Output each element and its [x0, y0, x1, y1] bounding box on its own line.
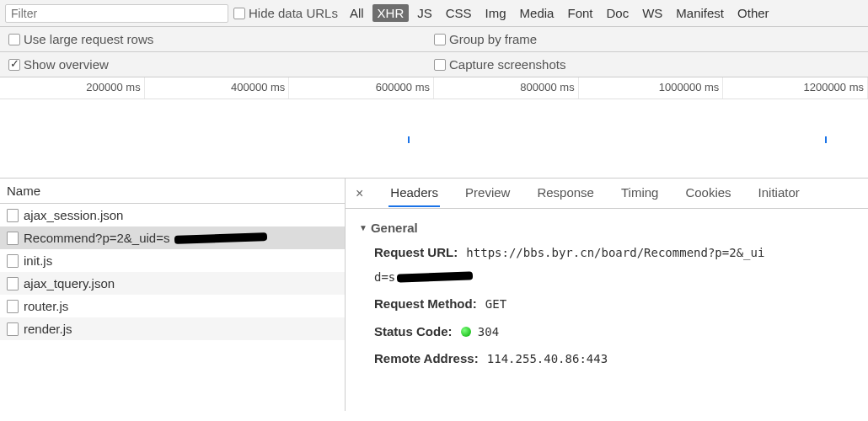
type-filters: AllXHRJSCSSImgMediaFontDocWSManifestOthe… — [345, 4, 774, 22]
status-dot-icon — [461, 327, 471, 337]
show-overview-checkbox[interactable]: Show overview — [8, 57, 109, 72]
request-row[interactable]: Recommend?p=2&_uid=s — [0, 226, 345, 249]
timeline-body — [0, 99, 868, 173]
filter-type-xhr[interactable]: XHR — [372, 4, 410, 22]
filter-type-media[interactable]: Media — [515, 4, 560, 22]
group-by-frame-checkbox[interactable]: Group by frame — [434, 32, 537, 46]
remote-address-label: Remote Address: — [374, 351, 479, 365]
checkbox-icon — [434, 34, 446, 45]
timeline-tick: 1000000 ms — [579, 77, 724, 99]
capture-screenshots-checkbox[interactable]: Capture screenshots — [434, 57, 565, 72]
request-name: router.js — [24, 299, 68, 313]
filter-type-other[interactable]: Other — [732, 4, 774, 22]
checkbox-icon — [233, 8, 245, 19]
filter-type-js[interactable]: JS — [412, 4, 437, 22]
detail-tabs: × HeadersPreviewResponseTimingCookiesIni… — [346, 179, 868, 209]
filter-type-doc[interactable]: Doc — [601, 4, 634, 22]
timeline-tick: 800000 ms — [434, 77, 579, 99]
timeline-tick: 600000 ms — [289, 77, 434, 99]
request-url-label: Request URL: — [374, 245, 458, 259]
request-row[interactable]: ajax_session.json — [0, 204, 345, 226]
show-overview-label: Show overview — [24, 57, 109, 72]
hide-data-urls-label: Hide data URLs — [249, 6, 338, 20]
request-list: ajax_session.jsonRecommend?p=2&_uid=sini… — [0, 204, 345, 411]
filter-type-ws[interactable]: WS — [637, 4, 667, 22]
request-row[interactable]: router.js — [0, 295, 345, 317]
capture-screenshots-label: Capture screenshots — [449, 57, 565, 72]
request-url-value: https://bbs.byr.cn/board/Recommend?p=2&_… — [466, 246, 764, 259]
large-rows-checkbox[interactable]: Use large request rows — [8, 32, 153, 46]
checkbox-icon — [434, 59, 446, 71]
file-icon — [7, 232, 19, 245]
timeline-tick: 1200000 ms — [723, 77, 868, 99]
checkbox-checked-icon — [8, 59, 20, 71]
detail-pane: × HeadersPreviewResponseTimingCookiesIni… — [346, 179, 868, 411]
filter-type-all[interactable]: All — [345, 4, 369, 22]
timeline-tick: 200000 ms — [0, 77, 145, 99]
tab-headers[interactable]: Headers — [388, 179, 440, 207]
tab-preview[interactable]: Preview — [463, 179, 512, 207]
redacted-text — [397, 271, 473, 282]
remote-address-row: Remote Address: 114.255.40.86:443 — [374, 349, 855, 369]
name-column-header[interactable]: Name — [0, 179, 345, 204]
tab-response[interactable]: Response — [535, 179, 596, 207]
file-icon — [7, 322, 19, 336]
filter-type-css[interactable]: CSS — [441, 4, 477, 22]
request-row[interactable]: render.js — [0, 317, 345, 340]
options-row-2: Show overview Capture screenshots — [0, 52, 868, 77]
request-method-label: Request Method: — [374, 296, 477, 311]
request-name: Recommend?p=2&_uid=s — [24, 231, 169, 245]
request-method-row: Request Method: GET — [374, 295, 855, 314]
status-code-value: 304 — [478, 325, 499, 338]
filter-type-img[interactable]: Img — [480, 4, 512, 22]
file-icon — [7, 254, 19, 268]
request-row[interactable]: init.js — [0, 249, 345, 272]
filter-type-manifest[interactable]: Manifest — [671, 4, 729, 22]
timeline-mark — [825, 136, 827, 143]
request-row[interactable]: ajax_tquery.json — [0, 272, 345, 295]
timeline-ruler: 200000 ms400000 ms600000 ms800000 ms1000… — [0, 77, 868, 99]
status-code-row: Status Code: 304 — [374, 322, 855, 342]
redacted-text — [174, 232, 267, 244]
timeline-overview[interactable]: 200000 ms400000 ms600000 ms800000 ms1000… — [0, 77, 868, 179]
file-icon — [7, 209, 19, 222]
hide-data-urls-checkbox[interactable]: Hide data URLs — [233, 6, 338, 20]
file-icon — [7, 277, 19, 290]
options-row-1: Use large request rows Group by frame — [0, 27, 868, 52]
request-name: ajax_tquery.json — [24, 276, 115, 290]
tab-timing[interactable]: Timing — [619, 179, 660, 207]
request-name: ajax_session.json — [24, 208, 123, 222]
filter-type-font[interactable]: Font — [562, 4, 597, 22]
close-icon[interactable]: × — [351, 186, 368, 201]
tab-initiator[interactable]: Initiator — [757, 179, 801, 207]
request-url-row: Request URL: https://bbs.byr.cn/board/Re… — [374, 243, 855, 286]
filter-input[interactable] — [5, 4, 228, 23]
checkbox-icon — [8, 34, 20, 45]
status-code-label: Status Code: — [374, 324, 453, 338]
file-icon — [7, 300, 19, 313]
large-rows-label: Use large request rows — [24, 32, 153, 46]
timeline-mark — [408, 136, 410, 143]
headers-body: General Request URL: https://bbs.byr.cn/… — [346, 209, 868, 411]
group-by-frame-label: Group by frame — [449, 32, 537, 46]
timeline-tick: 400000 ms — [145, 77, 290, 99]
request-method-value: GET — [485, 297, 506, 311]
request-list-pane: Name ajax_session.jsonRecommend?p=2&_uid… — [0, 179, 346, 411]
request-name: render.js — [24, 322, 72, 336]
tab-cookies[interactable]: Cookies — [683, 179, 732, 207]
filter-toolbar: Hide data URLs AllXHRJSCSSImgMediaFontDo… — [0, 0, 868, 27]
general-section-header[interactable]: General — [359, 221, 855, 235]
remote-address-value: 114.255.40.86:443 — [487, 352, 608, 365]
split-view: Name ajax_session.jsonRecommend?p=2&_uid… — [0, 179, 868, 411]
request-name: init.js — [24, 253, 52, 268]
